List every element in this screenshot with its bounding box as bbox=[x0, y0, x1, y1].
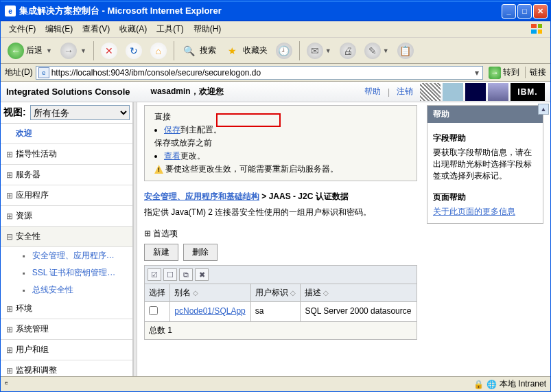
svg-rect-1 bbox=[538, 24, 542, 28]
sidebar-subitem[interactable]: 安全管理、应用程序… bbox=[20, 247, 132, 264]
expand-icon[interactable]: ⊞ bbox=[6, 366, 13, 376]
addressbar: 地址(D) e ▾ →转到 链接 bbox=[1, 64, 550, 82]
expand-icon[interactable]: ⊞ bbox=[6, 191, 13, 200]
msg-save-row: 保存到主配置。 bbox=[164, 124, 411, 136]
menubar: 文件(F) 编辑(E) 查看(V) 收藏(A) 工具(T) 帮助(H) bbox=[1, 21, 550, 38]
close-button[interactable]: ✕ bbox=[533, 4, 548, 19]
header-decoration: IBM. bbox=[420, 83, 545, 101]
menu-file[interactable]: 文件(F) bbox=[5, 22, 40, 36]
field-help-text: 要获取字段帮助信息，请在出现帮助光标时选择字段标签或选择列表标记。 bbox=[433, 147, 537, 182]
minimize-button[interactable]: _ bbox=[502, 4, 516, 19]
sidebar-item[interactable]: ⊞应用程序 bbox=[1, 185, 132, 206]
more-info-link[interactable]: 关于此页面的更多信息 bbox=[433, 207, 515, 216]
statusbar: e 🔒 🌐 本地 Intranet bbox=[1, 376, 550, 391]
svg-rect-3 bbox=[538, 30, 542, 34]
main-content: ▲ 直接 保存到主配置。 保存或放弃之前 查看更改。 bbox=[137, 102, 550, 376]
window-title: 集成解决方案控制台 - Microsoft Internet Explorer bbox=[19, 5, 222, 17]
total-row: 总数 1 bbox=[144, 322, 417, 340]
logout-link[interactable]: 注销 bbox=[397, 86, 413, 97]
status-zone: 本地 Intranet bbox=[500, 378, 546, 390]
titlebar: e 集成解决方案控制台 - Microsoft Internet Explore… bbox=[1, 1, 550, 21]
page-help-heading: 页面帮助 bbox=[433, 192, 537, 203]
menu-help[interactable]: 帮助(H) bbox=[189, 22, 226, 36]
col-desc[interactable]: 描述◇ bbox=[301, 284, 417, 302]
go-button[interactable]: →转到 bbox=[486, 66, 522, 80]
console-header: Integrated Solutions Console wasadmin，欢迎… bbox=[1, 82, 550, 102]
print-button[interactable]: 🖨 bbox=[337, 41, 359, 60]
expand-icon[interactable]: ⊞ bbox=[6, 170, 13, 180]
address-input-wrap[interactable]: e ▾ bbox=[36, 66, 483, 80]
sidebar-item[interactable]: ⊞指导性活动 bbox=[1, 144, 132, 165]
sidebar-subitem[interactable]: 总线安全性 bbox=[20, 281, 132, 299]
breadcrumb: 安全管理、应用程序和基础结构 > JAAS - J2C 认证数据 bbox=[144, 191, 417, 203]
edit-button[interactable]: ✎▼ bbox=[362, 41, 392, 60]
alias-link[interactable]: pcNode01/SQLApp bbox=[174, 306, 245, 316]
refresh-button[interactable]: ↻ bbox=[123, 41, 145, 60]
expand-icon[interactable]: ⊟ bbox=[6, 232, 13, 242]
menu-edit[interactable]: 编辑(E) bbox=[41, 22, 77, 36]
nav-tree: 欢迎⊞指导性活动⊞服务器⊞应用程序⊞资源⊟安全性安全管理、应用程序…SSL 证书… bbox=[1, 124, 132, 376]
help-link[interactable]: 帮助 bbox=[364, 86, 381, 97]
expand-icon[interactable]: ⊞ bbox=[6, 150, 13, 159]
table-tools: ☑ ☐ ⧉ ✖ bbox=[144, 265, 417, 284]
history-button[interactable]: 🕘 bbox=[273, 41, 295, 60]
sidebar-item[interactable]: ⊞环境 bbox=[1, 299, 132, 319]
favorites-button[interactable]: ★收藏夹 bbox=[222, 41, 270, 60]
maximize-button[interactable]: □ bbox=[517, 4, 532, 19]
page-icon: e bbox=[38, 67, 49, 78]
scroll-up-icon[interactable]: ▲ bbox=[538, 104, 549, 115]
sidebar-item[interactable]: ⊞监视和调整 bbox=[1, 360, 132, 376]
expand-icon: ⊞ bbox=[144, 229, 151, 238]
svg-rect-0 bbox=[531, 24, 537, 28]
warning-icon: ! bbox=[154, 165, 163, 174]
col-alias[interactable]: 别名◇ bbox=[170, 284, 250, 302]
field-help-heading: 字段帮助 bbox=[433, 132, 537, 144]
sidebar: 视图: 所有任务 欢迎⊞指导性活动⊞服务器⊞应用程序⊞资源⊟安全性安全管理、应用… bbox=[1, 102, 133, 376]
mail-button[interactable]: ✉▼ bbox=[304, 41, 334, 60]
col-userid[interactable]: 用户标识◇ bbox=[250, 284, 301, 302]
deselect-all-icon[interactable]: ☐ bbox=[163, 268, 177, 281]
new-button[interactable]: 新建 bbox=[144, 244, 178, 261]
review-link[interactable]: 查看 bbox=[164, 151, 180, 161]
address-dropdown-icon[interactable]: ▾ bbox=[471, 68, 482, 78]
sidebar-item[interactable]: ⊟安全性 bbox=[1, 227, 132, 247]
forward-button[interactable]: →▼ bbox=[58, 41, 89, 60]
back-button[interactable]: ←后退▼ bbox=[5, 41, 55, 60]
menu-favorites[interactable]: 收藏(A) bbox=[115, 22, 151, 36]
filter-icon[interactable]: ⧉ bbox=[179, 268, 193, 281]
delete-button[interactable]: 删除 bbox=[183, 244, 218, 261]
sidebar-item[interactable]: ⊞资源 bbox=[1, 206, 132, 227]
clear-filter-icon[interactable]: ✖ bbox=[195, 268, 209, 281]
research-button[interactable]: 📋 bbox=[395, 41, 417, 60]
sidebar-item[interactable]: ⊞用户和组 bbox=[1, 340, 132, 360]
expand-icon[interactable]: ⊞ bbox=[6, 211, 13, 221]
address-input[interactable] bbox=[51, 67, 471, 79]
search-button[interactable]: 🔍搜索 bbox=[178, 41, 219, 60]
msg-before: 保存或放弃之前 bbox=[154, 137, 411, 149]
product-name: Integrated Solutions Console bbox=[6, 87, 130, 97]
help-title: 帮助 bbox=[427, 106, 543, 123]
select-all-icon[interactable]: ☑ bbox=[148, 268, 161, 281]
msg-direct: 直接 bbox=[154, 111, 411, 123]
stop-button[interactable]: ✕ bbox=[98, 41, 120, 60]
sidebar-item[interactable]: ⊞服务器 bbox=[1, 165, 132, 185]
row-checkbox[interactable] bbox=[149, 306, 158, 315]
view-select[interactable]: 所有任务 bbox=[30, 105, 130, 120]
expand-icon[interactable]: ⊞ bbox=[6, 345, 13, 355]
zone-icon: 🌐 bbox=[486, 380, 497, 389]
prefs-toggle[interactable]: ⊞ 首选项 bbox=[144, 228, 417, 240]
links-label[interactable]: 链接 bbox=[525, 67, 546, 78]
menu-tools[interactable]: 工具(T) bbox=[152, 22, 187, 36]
menu-view[interactable]: 查看(V) bbox=[78, 22, 114, 36]
breadcrumb-link[interactable]: 安全管理、应用程序和基础结构 bbox=[144, 192, 259, 201]
expand-icon[interactable]: ⊞ bbox=[6, 304, 13, 314]
col-select: 选择 bbox=[145, 284, 170, 302]
ie-page-icon: e bbox=[5, 5, 16, 16]
expand-icon[interactable]: ⊞ bbox=[6, 325, 13, 334]
sidebar-item[interactable]: 欢迎 bbox=[1, 124, 132, 144]
save-link[interactable]: 保存 bbox=[164, 125, 180, 135]
home-button[interactable]: ⌂ bbox=[148, 41, 169, 60]
sidebar-item[interactable]: ⊞系统管理 bbox=[1, 319, 132, 340]
sidebar-subitem[interactable]: SSL 证书和密钥管理… bbox=[20, 264, 132, 281]
windows-flag-icon bbox=[527, 23, 546, 36]
